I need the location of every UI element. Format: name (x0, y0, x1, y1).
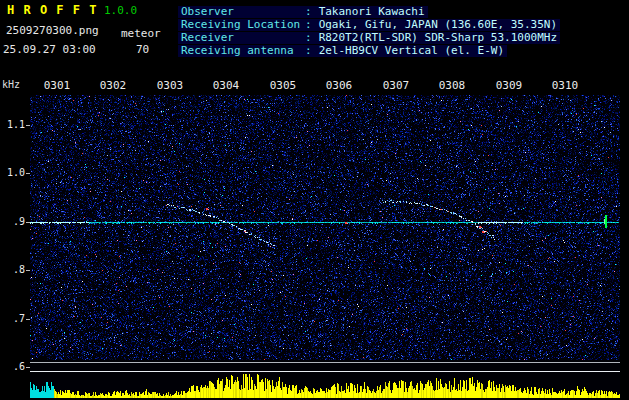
time-axis-label: 0304 (211, 79, 241, 92)
mode-label: meteor (121, 27, 161, 40)
time-axis-label: 0309 (494, 79, 524, 92)
info-row-observer: Observer:Takanori Kawachi (178, 6, 428, 18)
info-colon: : (305, 31, 312, 44)
info-value: 2el-HB9CV Vertical (el. E-W) (319, 44, 504, 57)
time-axis-label: 0302 (98, 79, 128, 92)
time-axis-label: 0308 (437, 79, 467, 92)
info-label: Receiving antenna (181, 45, 305, 57)
output-filename: 2509270300.png (6, 24, 99, 37)
freq-axis-label: 1.0 (3, 167, 25, 178)
info-colon: : (305, 44, 312, 57)
time-axis-label: 0301 (42, 79, 72, 92)
info-label: Receiving Location (181, 19, 305, 31)
time-axis-label: 0306 (324, 79, 354, 92)
info-value: Ogaki, Gifu, JAPAN (136.60E, 35.35N) (319, 18, 557, 31)
info-row-antenna: Receiving antenna:2el-HB9CV Vertical (el… (178, 45, 507, 57)
info-value: R820T2(RTL-SDR) SDR-Sharp 53.1000MHz (319, 31, 557, 44)
freq-axis-label: .6 (3, 361, 25, 372)
info-label: Receiver (181, 32, 305, 44)
app-version: 1.0.0 (104, 4, 137, 17)
info-label: Observer (181, 6, 305, 18)
time-axis-label: 0310 (550, 79, 580, 92)
time-axis-label: 0307 (381, 79, 411, 92)
observation-timestamp: 25.09.27 03:00 (3, 43, 96, 56)
hrofft-screen: H R O F F T 1.0.0 2509270300.png meteor … (0, 0, 629, 400)
freq-axis-label: .8 (3, 264, 25, 275)
freq-axis-label: .9 (3, 216, 25, 227)
info-colon: : (305, 5, 312, 18)
station-info: Observer:Takanori Kawachi Receiving Loca… (178, 6, 560, 58)
freq-axis-label: .7 (3, 313, 25, 324)
time-axis-label: 0303 (155, 79, 185, 92)
spectrogram-canvas (30, 95, 620, 398)
info-row-location: Receiving Location:Ogaki, Gifu, JAPAN (1… (178, 19, 560, 31)
info-colon: : (305, 18, 312, 31)
app-title: H R O F F T (7, 3, 97, 17)
info-value: Takanori Kawachi (319, 5, 425, 18)
freq-axis-unit: kHz (2, 79, 20, 90)
info-row-receiver: Receiver:R820T2(RTL-SDR) SDR-Sharp 53.10… (178, 32, 560, 44)
echo-count: 70 (136, 43, 149, 56)
freq-axis-label: 1.1 (3, 119, 25, 130)
time-axis-label: 0305 (268, 79, 298, 92)
